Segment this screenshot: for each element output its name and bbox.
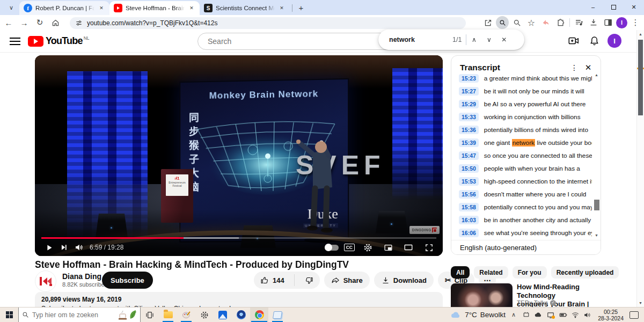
filter-chip[interactable]: Related	[474, 266, 508, 279]
transcript-cue[interactable]: 16:03be in another another city and actu…	[451, 214, 592, 226]
battery-icon[interactable]	[559, 311, 567, 319]
paint-button[interactable]	[177, 308, 195, 322]
cue-timestamp[interactable]: 15:56	[459, 190, 479, 199]
back-icon[interactable]: ←	[2, 16, 16, 29]
find-input[interactable]	[389, 36, 452, 43]
scrollbar-up-icon[interactable]: ▲	[639, 32, 642, 36]
cue-timestamp[interactable]: 15:58	[459, 203, 479, 211]
transcript-cue[interactable]: 15:33working in conjunction with billion…	[451, 111, 592, 123]
play-button[interactable]	[41, 240, 56, 255]
browser-menu-icon[interactable]: ⋮	[629, 16, 642, 29]
dislike-button[interactable]	[298, 275, 320, 285]
filter-chip[interactable]: Recently uploaded	[551, 266, 619, 279]
bookmark-star-icon[interactable]: ☆	[525, 16, 538, 29]
camera-app-button[interactable]	[232, 308, 250, 322]
transcript-cue[interactable]: 15:36potentially billions of minds wired…	[451, 123, 592, 136]
tab-search-icon[interactable]: ∨	[4, 2, 18, 13]
address-bar[interactable]: youtube.com/watch?v=p_TQBjFkv1Q&t=412s	[70, 17, 466, 29]
home-icon[interactable]	[48, 16, 62, 29]
display-notification-icon[interactable]	[546, 311, 555, 319]
cue-timestamp[interactable]: 15:23	[459, 74, 479, 83]
extension-arrow-icon[interactable]	[539, 16, 552, 29]
browser-tab[interactable]: Steve Hoffman - Brain Hacking✕	[109, 1, 200, 15]
subscribe-button[interactable]: Subscribe	[102, 272, 153, 289]
share-page-icon[interactable]	[481, 16, 494, 29]
transcript-cue[interactable]: 15:29be AI so a very powerful AI out the…	[451, 98, 592, 111]
side-panel-icon[interactable]	[602, 16, 614, 29]
forward-icon[interactable]: →	[17, 16, 31, 29]
transcript-scroll-down-icon[interactable]: ▼	[595, 233, 598, 237]
zoom-icon[interactable]	[510, 16, 523, 29]
download-button[interactable]: Download	[374, 272, 434, 289]
taskbar-search-input[interactable]	[32, 311, 102, 319]
wifi-icon[interactable]	[571, 311, 580, 319]
cue-timestamp[interactable]: 15:47	[459, 151, 479, 160]
find-next-icon[interactable]: ∨	[481, 32, 496, 47]
close-window-button[interactable]: ✕	[624, 0, 644, 14]
transcript-cue[interactable]: 15:58potentially connect to you and you …	[451, 201, 592, 214]
photos-button[interactable]	[214, 308, 232, 322]
find-close-icon[interactable]: ✕	[496, 32, 511, 47]
like-button[interactable]: 144	[254, 275, 291, 285]
transcript-scrollbar-thumb[interactable]	[594, 200, 599, 210]
autoplay-toggle[interactable]	[325, 245, 339, 251]
cue-timestamp[interactable]: 16:03	[459, 216, 479, 224]
taskbar-search-box[interactable]	[18, 308, 141, 322]
captions-button[interactable]: CC	[344, 244, 355, 251]
site-settings-icon[interactable]	[75, 19, 83, 27]
next-button[interactable]	[56, 240, 71, 255]
volume-icon[interactable]	[71, 240, 86, 255]
task-view-button[interactable]	[141, 308, 159, 322]
transcript-cue[interactable]: 15:53high-speed connection to the intern…	[451, 175, 592, 188]
weather-widget[interactable]: 7°C Bewolkt	[451, 311, 506, 319]
channel-avatar[interactable]	[35, 270, 56, 292]
chrome-button[interactable]	[250, 308, 268, 322]
new-tab-button[interactable]: +	[295, 1, 308, 14]
transcript-language[interactable]: English (auto-generated)	[451, 240, 601, 254]
scrollbar-thumb[interactable]	[638, 40, 643, 115]
transcript-cue[interactable]: 16:06see what you're seeing through your…	[451, 226, 592, 239]
media-playlist-icon[interactable]	[573, 16, 586, 29]
find-previous-icon[interactable]: ∧	[466, 32, 481, 47]
start-button[interactable]	[0, 308, 18, 322]
channel-name[interactable]: Diana Ding	[62, 272, 101, 281]
cue-timestamp[interactable]: 15:36	[459, 126, 479, 134]
tray-window-icon[interactable]	[522, 311, 530, 319]
search-highlight-image[interactable]	[118, 309, 139, 321]
video-player[interactable]: Monkey Brain Network 同步猴子大脑	[35, 55, 443, 256]
menu-hamburger-icon[interactable]	[10, 38, 20, 45]
transcript-cue[interactable]: 15:39one giant network live outside your…	[451, 136, 592, 149]
download-tray-icon[interactable]	[587, 16, 600, 29]
browser-tab[interactable]: fRobert P. Duncan | Facebook✕	[19, 1, 109, 15]
url-text[interactable]: youtube.com/watch?v=p_TQBjFkv1Q&t=412s	[87, 19, 217, 27]
filter-chip[interactable]: All	[451, 266, 470, 279]
filter-chip[interactable]: For you	[513, 266, 547, 279]
notifications-bell-icon[interactable]	[587, 34, 601, 48]
scrollbar-down-icon[interactable]: ▼	[639, 301, 642, 305]
tab-close-icon[interactable]: ✕	[98, 4, 105, 12]
file-explorer-button[interactable]	[159, 308, 177, 322]
page-scrollbar[interactable]: ▲ ▼	[636, 30, 644, 307]
related-video-channel[interactable]: TEDx Talks ✓	[517, 299, 556, 306]
browser-tab[interactable]: SScientists Connect Monkey Brai✕	[200, 1, 290, 15]
cue-timestamp[interactable]: 15:53	[459, 177, 479, 186]
maximize-button[interactable]	[603, 0, 624, 14]
reload-icon[interactable]: ↻	[33, 16, 47, 29]
action-center-icon[interactable]	[630, 311, 639, 319]
youtube-logo[interactable]: YouTube NL	[28, 35, 90, 47]
youtube-search-input[interactable]	[208, 37, 315, 46]
transcript-cue[interactable]: 15:23a greater mind think about this we …	[451, 72, 592, 85]
cue-timestamp[interactable]: 15:50	[459, 164, 479, 173]
hidden-icons-chevron[interactable]: ∧	[509, 311, 518, 319]
transcript-cue[interactable]: 15:47so once you are connected to all th…	[451, 149, 592, 162]
cue-timestamp[interactable]: 15:27	[459, 87, 479, 96]
share-button[interactable]: Share	[324, 272, 370, 289]
notes-app-button[interactable]	[268, 308, 287, 322]
tab-close-icon[interactable]: ✕	[278, 4, 286, 12]
taskbar-clock[interactable]: 00:25 28-3-2024	[598, 309, 624, 321]
minimize-button[interactable]: –	[583, 0, 603, 14]
transcript-scroll-up-icon[interactable]: ▲	[595, 73, 598, 77]
transcript-cue[interactable]: 15:27be it will not only be our minds it…	[451, 85, 592, 98]
create-video-icon[interactable]	[567, 34, 581, 48]
browser-profile-avatar[interactable]: I	[616, 17, 627, 28]
